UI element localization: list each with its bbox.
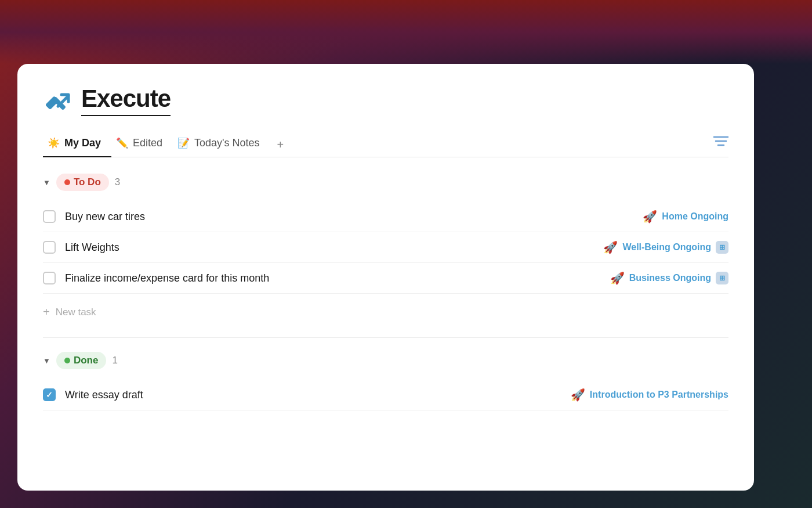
task-3-tag-label: Business Ongoing	[629, 273, 711, 283]
new-task-button[interactable]: + New task	[43, 298, 728, 326]
done-count: 1	[112, 355, 117, 366]
table-row: Buy new car tires 🚀 Home Ongoing	[43, 201, 728, 232]
pencil-icon: ✏️	[116, 137, 128, 149]
app-title: Execute	[81, 85, 171, 116]
top-bar-gradient	[0, 0, 812, 64]
rocket-icon: 🚀	[643, 210, 657, 224]
task-1-label: Buy new car tires	[65, 211, 145, 223]
section-divider	[43, 337, 728, 338]
new-task-label: New task	[56, 307, 96, 318]
task-1-tag-label: Home Ongoing	[662, 211, 728, 222]
task-done-1-label: Write essay draft	[65, 389, 143, 401]
done-section-header[interactable]: ▼ Done 1	[43, 352, 728, 369]
main-card: Execute ☀️ My Day ✏️ Edited 📝 Today's No…	[17, 64, 754, 491]
task-3-tag: 🚀 Business Ongoing ⊞	[610, 271, 728, 285]
todo-label: To Do	[74, 176, 101, 188]
tab-todays-notes[interactable]: 📝 Today's Notes	[173, 132, 270, 157]
table-row: Lift Weights 🚀 Well-Being Ongoing ⊞	[43, 232, 728, 263]
task-done-1-checkbox[interactable]	[43, 388, 56, 401]
task-left: Buy new car tires	[43, 210, 145, 223]
task-done-1-tag: 🚀 Introduction to P3 Partnerships	[571, 388, 728, 402]
todo-section-header[interactable]: ▼ To Do 3	[43, 174, 728, 191]
task-3-label: Finalize income/expense card for this mo…	[65, 272, 269, 284]
done-label: Done	[74, 355, 99, 366]
task-2-tag-label: Well-Being Ongoing	[622, 242, 711, 253]
note-edit-icon: 📝	[177, 137, 190, 149]
todo-chevron-icon: ▼	[43, 178, 50, 187]
done-section: ▼ Done 1 Write essay draft 🚀 Introductio…	[43, 352, 728, 410]
todo-count: 3	[115, 176, 120, 188]
app-header: Execute	[43, 85, 728, 116]
todo-task-list: Buy new car tires 🚀 Home Ongoing Lift We…	[43, 201, 728, 294]
filter-icon-button[interactable]	[713, 135, 728, 154]
tab-my-day-label: My Day	[64, 137, 101, 149]
task-done-1-tag-label: Introduction to P3 Partnerships	[590, 390, 728, 400]
rocket-icon: 🚀	[610, 271, 625, 285]
task-3-checkbox[interactable]	[43, 272, 56, 284]
done-badge: Done	[56, 352, 107, 369]
execute-logo-icon	[43, 85, 73, 116]
sun-icon: ☀️	[48, 137, 60, 149]
todo-dot	[64, 179, 70, 185]
todo-badge: To Do	[56, 174, 109, 191]
plus-icon: +	[43, 305, 50, 319]
table-row: Write essay draft 🚀 Introduction to P3 P…	[43, 380, 728, 410]
tab-todays-notes-label: Today's Notes	[194, 137, 260, 149]
tab-edited[interactable]: ✏️ Edited	[111, 132, 173, 157]
task-left: Write essay draft	[43, 388, 143, 401]
tab-bar: ☀️ My Day ✏️ Edited 📝 Today's Notes +	[43, 132, 728, 157]
task-2-label: Lift Weights	[65, 242, 119, 254]
tag-badge-icon[interactable]: ⊞	[716, 241, 728, 254]
app-logo	[43, 85, 73, 116]
task-2-tag: 🚀 Well-Being Ongoing ⊞	[603, 240, 728, 254]
rocket-icon: 🚀	[603, 240, 618, 254]
table-row: Finalize income/expense card for this mo…	[43, 263, 728, 294]
rocket-icon: 🚀	[571, 388, 585, 402]
task-1-tag: 🚀 Home Ongoing	[643, 210, 728, 224]
done-task-list: Write essay draft 🚀 Introduction to P3 P…	[43, 380, 728, 410]
filter-icon	[713, 135, 728, 147]
done-dot	[64, 358, 70, 363]
done-chevron-icon: ▼	[43, 356, 50, 365]
task-2-checkbox[interactable]	[43, 241, 56, 254]
tag-badge-icon[interactable]: ⊞	[716, 272, 728, 284]
tab-my-day[interactable]: ☀️ My Day	[43, 132, 111, 157]
task-left: Lift Weights	[43, 241, 119, 254]
tab-add-button[interactable]: +	[270, 134, 291, 156]
task-1-checkbox[interactable]	[43, 210, 56, 223]
task-left: Finalize income/expense card for this mo…	[43, 272, 269, 284]
tab-edited-label: Edited	[133, 137, 162, 149]
